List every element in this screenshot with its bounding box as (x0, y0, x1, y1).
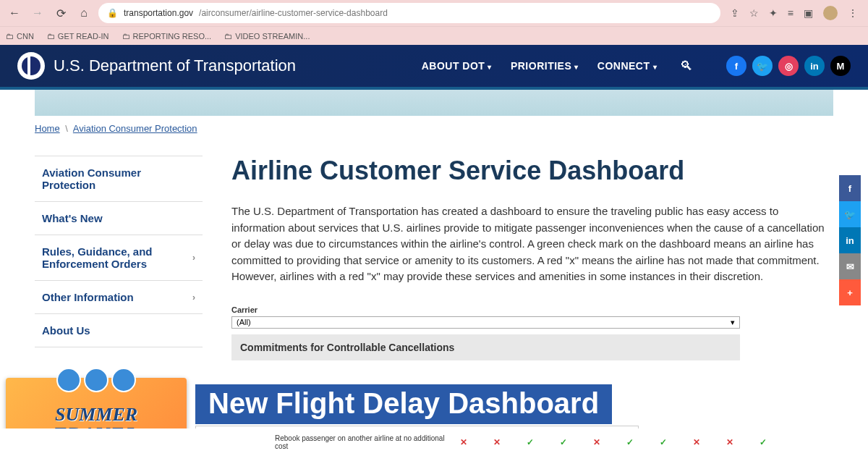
share-more-icon[interactable]: + (839, 279, 861, 305)
address-bar[interactable]: 🔒 transportation.gov/airconsumer/airline… (98, 3, 720, 23)
profile-avatar[interactable] (823, 6, 838, 20)
main-nav: ABOUT DOT▾ PRIORITIES▾ CONNECT▾ 🔍︎ f 🐦 ◎… (422, 56, 851, 76)
sidebar-item[interactable]: Aviation Consumer Protection (35, 156, 203, 202)
folder-icon: 🗀 (47, 32, 55, 41)
breadcrumb-home[interactable]: Home (35, 123, 60, 134)
table-row: Rebook passenger on another airline at n… (0, 428, 868, 456)
breadcrumb: Home \ Aviation Consumer Protection (0, 116, 868, 134)
home-button[interactable]: ⌂ (75, 4, 93, 22)
page-title: Airline Customer Service Dashboard (231, 156, 833, 186)
folder-icon: 🗀 (6, 32, 14, 41)
lock-icon: 🔒 (107, 8, 118, 18)
instagram-icon[interactable]: ◎ (778, 56, 799, 76)
browser-toolbar: ← → ⟳ ⌂ 🔒 transportation.gov/airconsumer… (0, 0, 868, 26)
reload-button[interactable]: ⟳ (52, 4, 69, 22)
twitter-icon[interactable]: 🐦 (752, 56, 773, 76)
chevron-down-icon: ▾ (488, 63, 492, 71)
share-facebook-icon[interactable]: f (839, 175, 861, 201)
share-linkedin-icon[interactable]: in (839, 227, 861, 253)
share-twitter-icon[interactable]: 🐦 (839, 201, 861, 227)
sidebar-item[interactable]: Other Information› (35, 281, 203, 314)
commitments-table: Commitments for Controllable Cancellatio… (231, 334, 740, 360)
share-email-icon[interactable]: ✉ (839, 253, 861, 279)
site-header: U.S. Department of Transportation ABOUT … (0, 45, 868, 90)
carrier-select[interactable]: (All) ▾ (231, 316, 740, 329)
chevron-down-icon: ▾ (574, 63, 579, 71)
content-wrap: Aviation Consumer Protection What's New … (0, 134, 868, 360)
sticky-share: f 🐦 in ✉ + (839, 175, 861, 305)
nav-about[interactable]: ABOUT DOT▾ (422, 60, 492, 72)
chevron-down-icon: ▾ (731, 318, 735, 327)
header-social: f 🐦 ◎ in M (726, 56, 851, 76)
hero-banner (35, 90, 833, 116)
forward-button[interactable]: → (29, 4, 46, 22)
sidebar-item[interactable]: What's New (35, 202, 203, 235)
url-path: /airconsumer/airline-customer-service-da… (199, 8, 388, 18)
linkedin-icon[interactable]: in (804, 56, 825, 76)
check-mark-icon: ✓ (755, 437, 771, 447)
folder-icon: 🗀 (224, 32, 232, 41)
facebook-icon[interactable]: f (726, 56, 746, 76)
extensions-icon[interactable]: ✦ (769, 7, 778, 19)
url-domain: transportation.gov (124, 8, 193, 18)
bookmark-item[interactable]: 🗀CNN (6, 32, 34, 41)
folder-icon: 🗀 (122, 32, 130, 41)
check-mark-icon: ✓ (622, 437, 638, 447)
back-button[interactable]: ← (6, 4, 23, 22)
filter-label: Carrier (231, 305, 833, 314)
chevron-right-icon: › (192, 253, 195, 263)
dot-logo-icon (17, 52, 45, 80)
sidebar-item[interactable]: Rules, Guidance, and Enforcement Orders› (35, 235, 203, 281)
share-icon[interactable]: ⇪ (731, 7, 739, 19)
x-mark-icon: ✕ (689, 437, 705, 447)
nav-priorities[interactable]: PRIORITIES▾ (511, 60, 579, 72)
row-label: Rebook passenger on another airline at n… (275, 434, 456, 450)
bookmark-item[interactable]: 🗀GET READ-IN (47, 32, 109, 41)
check-mark-icon: ✓ (556, 437, 571, 447)
carrier-filter: Carrier (All) ▾ (231, 305, 833, 329)
x-mark-icon: ✕ (589, 437, 605, 447)
search-icon[interactable]: 🔍︎ (680, 59, 693, 74)
main-column: Airline Customer Service Dashboard The U… (231, 156, 833, 360)
page-content: U.S. Department of Transportation ABOUT … (0, 45, 868, 456)
table-section-header: Commitments for Controllable Cancellatio… (231, 334, 740, 360)
side-nav: Aviation Consumer Protection What's New … (35, 156, 203, 360)
toolbar-icons: ⇪ ☆ ✦ ≡ ▣ ⋮ (726, 6, 862, 20)
sidebar-item[interactable]: About Us (35, 314, 203, 347)
medium-icon[interactable]: M (830, 56, 851, 76)
x-mark-icon: ✕ (489, 437, 505, 447)
site-logo-wrap[interactable]: U.S. Department of Transportation (17, 52, 296, 80)
menu-icon[interactable]: ⋮ (848, 7, 858, 19)
check-mark-icon: ✓ (655, 437, 671, 447)
bookmarks-bar: 🗀CNN 🗀GET READ-IN 🗀REPORTING RESO... 🗀VI… (0, 26, 868, 45)
site-title: U.S. Department of Transportation (54, 56, 296, 75)
bookmark-item[interactable]: 🗀VIDEO STREAMIN... (224, 32, 310, 41)
nav-connect[interactable]: CONNECT▾ (597, 60, 657, 72)
x-mark-icon: ✕ (722, 437, 738, 447)
panel-icon[interactable]: ▣ (804, 7, 813, 19)
check-mark-icon: ✓ (522, 437, 538, 447)
bookmark-star-icon[interactable]: ☆ (749, 7, 759, 19)
commitment-marks: ✕ ✕ ✓ ✓ ✕ ✓ ✓ ✕ ✕ ✓ (456, 437, 771, 447)
list-icon[interactable]: ≡ (788, 7, 793, 19)
intro-paragraph: The U.S. Department of Transportation ha… (231, 203, 833, 285)
x-mark-icon: ✕ (456, 437, 472, 447)
chevron-down-icon: ▾ (653, 63, 658, 71)
bookmark-item[interactable]: 🗀REPORTING RESO... (122, 32, 212, 41)
chevron-right-icon: › (192, 292, 195, 303)
breadcrumb-current[interactable]: Aviation Consumer Protection (73, 123, 197, 134)
